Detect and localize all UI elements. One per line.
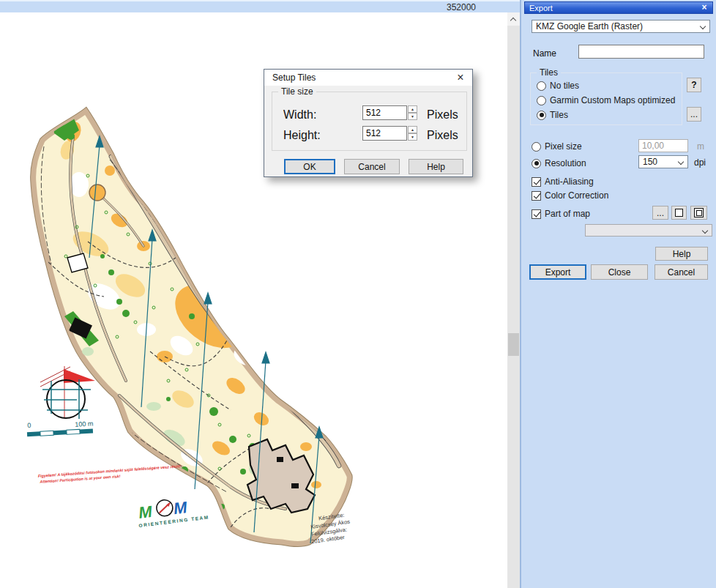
spin-up-icon[interactable]: ▲ xyxy=(408,126,417,133)
scrollbar-thumb[interactable] xyxy=(508,333,519,356)
part-of-map-label: Part of map xyxy=(545,209,590,219)
spin-down-icon[interactable]: ▼ xyxy=(408,113,417,120)
checkbox-checked-icon[interactable] xyxy=(532,209,541,219)
format-dropdown[interactable]: KMZ Google Earth (Raster) xyxy=(532,20,710,33)
scale-bar: 0 100 m xyxy=(26,418,94,436)
square-icon xyxy=(675,209,683,217)
dialog-title: Setup Tiles xyxy=(272,72,316,83)
tiles-groupbox: Tiles No tiles Garmin Custom Maps optimi… xyxy=(530,72,682,125)
club-logo: M M ORIENTEERING TEAM xyxy=(136,495,209,529)
resolution-label: Resolution xyxy=(545,158,586,168)
vertical-scrollbar[interactable] xyxy=(507,12,520,588)
chevron-down-icon xyxy=(700,23,706,29)
dialog-help-button[interactable]: Help xyxy=(409,159,463,174)
export-panel: Export × KMZ Google Earth (Raster) Name … xyxy=(520,0,716,588)
radio-tiles-label: Tiles xyxy=(550,110,568,120)
close-icon[interactable]: × xyxy=(453,70,468,85)
chevron-down-icon xyxy=(702,228,708,234)
width-spinner[interactable]: ▲ ▼ xyxy=(408,105,417,120)
height-input[interactable] xyxy=(362,126,407,141)
help-button[interactable]: Help xyxy=(655,247,708,261)
spin-down-icon[interactable]: ▼ xyxy=(408,133,417,141)
svg-text:100 m: 100 m xyxy=(75,420,94,428)
spin-up-icon[interactable]: ▲ xyxy=(408,105,417,113)
map-extent-button[interactable] xyxy=(690,206,707,220)
radio-icon[interactable] xyxy=(532,142,541,152)
chevron-down-icon xyxy=(678,159,684,165)
close-button[interactable]: Close xyxy=(591,264,648,280)
radio-no-tiles-label: No tiles xyxy=(550,81,579,91)
radio-garmin[interactable]: Garmin Custom Maps optimized xyxy=(537,94,675,107)
dialog-cancel-button[interactable]: Cancel xyxy=(344,159,400,174)
chevron-up-icon xyxy=(510,18,516,23)
width-unit: Pixels xyxy=(427,108,458,122)
dialog-titlebar[interactable]: Setup Tiles × xyxy=(264,70,472,86)
checkbox-checked-icon[interactable] xyxy=(532,177,541,187)
horizontal-ruler: 352000 xyxy=(0,0,521,12)
part-of-map-checkbox[interactable]: Part of map xyxy=(532,207,590,220)
resolution-value: 150 xyxy=(643,157,657,167)
height-label: Height: xyxy=(283,129,321,142)
anti-aliasing-label: Anti-Aliasing xyxy=(545,176,594,187)
radio-no-tiles[interactable]: No tiles xyxy=(537,79,579,92)
export-button[interactable]: Export xyxy=(529,264,586,280)
close-icon[interactable]: × xyxy=(698,2,710,14)
radio-garmin-label: Garmin Custom Maps optimized xyxy=(550,95,675,105)
format-dropdown-value: KMZ Google Earth (Raster) xyxy=(536,21,643,31)
radio-selected-icon[interactable] xyxy=(537,111,546,120)
compass-rose xyxy=(40,366,95,419)
name-input[interactable] xyxy=(578,45,704,59)
scroll-up-button[interactable] xyxy=(507,12,520,26)
ruler-coordinate: 352000 xyxy=(447,2,476,12)
color-correction-checkbox[interactable]: Color Correction xyxy=(532,189,608,202)
height-unit: Pixels xyxy=(427,129,458,142)
width-label: Width: xyxy=(283,108,316,122)
tiles-help-button[interactable]: ? xyxy=(687,78,701,92)
radio-selected-icon[interactable] xyxy=(532,159,541,168)
pixel-size-input xyxy=(638,139,688,152)
pixel-size-unit: m xyxy=(697,141,704,152)
color-correction-label: Color Correction xyxy=(545,190,608,201)
radio-tiles[interactable]: Tiles xyxy=(537,108,568,122)
pixel-size-label: Pixel size xyxy=(545,141,582,152)
disclaimer-text: Figyelem! A tájékozódási futásokon minde… xyxy=(38,464,182,484)
svg-text:M: M xyxy=(138,502,154,522)
height-spinner[interactable]: ▲ ▼ xyxy=(408,126,417,141)
radio-pixel-size[interactable]: Pixel size xyxy=(532,140,582,153)
tiles-group-label: Tiles xyxy=(537,67,561,78)
width-input[interactable] xyxy=(362,105,407,120)
setup-tiles-dialog: Setup Tiles × Tile size Width: ▲ ▼ Pixel… xyxy=(264,69,473,177)
cancel-button[interactable]: Cancel xyxy=(655,264,708,280)
ok-button[interactable]: OK xyxy=(284,159,335,174)
svg-text:0: 0 xyxy=(27,422,31,429)
nested-square-icon xyxy=(694,208,704,217)
checkbox-checked-icon[interactable] xyxy=(532,191,541,201)
tiles-setup-button[interactable]: ... xyxy=(687,107,701,122)
export-panel-titlebar[interactable]: Export × xyxy=(524,1,713,14)
part-of-map-more-button[interactable]: ... xyxy=(652,206,668,220)
radio-icon[interactable] xyxy=(537,96,546,105)
radio-resolution[interactable]: Resolution xyxy=(532,157,586,170)
export-panel-title: Export xyxy=(529,4,553,12)
part-of-map-dropdown[interactable] xyxy=(585,224,712,237)
anti-aliasing-checkbox[interactable]: Anti-Aliasing xyxy=(532,175,594,188)
name-label: Name xyxy=(533,48,556,59)
radio-icon[interactable] xyxy=(537,81,546,91)
resolution-unit: dpi xyxy=(694,157,706,168)
whole-map-button[interactable] xyxy=(671,206,687,220)
tile-size-group-label: Tile size xyxy=(278,86,316,97)
resolution-dropdown[interactable]: 150 xyxy=(638,155,688,168)
svg-text:M: M xyxy=(173,498,189,518)
